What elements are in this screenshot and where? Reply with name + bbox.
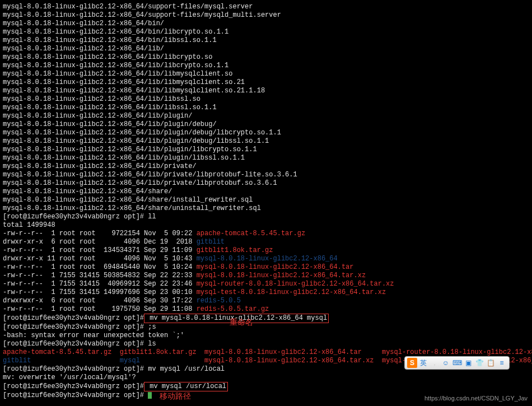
mv-overwrite-prompt: mv: overwrite '/usr/local/mysql'? <box>3 374 136 381</box>
shell-prompt: [root@izuf6ee30yhz3v4vab0ngrz opt]# <box>3 391 144 399</box>
annotation-rename: 重命名 <box>230 318 253 326</box>
tar-output-line: mysql-8.0.18-linux-glibc2.12-x86_64/supp… <box>3 11 281 19</box>
shell-prompt: [root@izuf6ee30yhz3v4vab0ngrz opt]# <box>3 314 144 322</box>
cursor[interactable] <box>148 392 152 399</box>
ime-toolbar[interactable]: S 英 ， ☺ ⌨ ▣ 👕 📋 ≡ <box>404 356 510 370</box>
file-perms: -rw-r--r-- 1 root root 1975750 Sep 29 11… <box>3 305 197 313</box>
tar-output-line: mysql-8.0.18-linux-glibc2.12-x86_64/lib/… <box>3 95 200 103</box>
file-name: mysql-8.0.18-linux-glibc2.12-x86_64.tar <box>197 263 354 271</box>
total-line: total 1499948 <box>3 221 55 229</box>
file-name: apache-tomcat-8.5.45.tar.gz <box>197 230 305 237</box>
tar-output-line: mysql-8.0.18-linux-glibc2.12-x86_64/lib/… <box>3 129 281 137</box>
tar-output-line: mysql-8.0.18-linux-glibc2.12-x86_64/lib/… <box>3 78 245 86</box>
ime-emoji-icon[interactable]: ☺ <box>441 358 451 368</box>
ime-punct-button[interactable]: ， <box>430 358 440 368</box>
ime-record-icon[interactable]: ▣ <box>463 358 473 368</box>
file-name: mysql-8.0.18-linux-glibc2.12-x86_64 <box>197 255 338 263</box>
file-perms: drwxrwxr-x 6 root root 4096 Sep 30 17:22 <box>3 297 197 305</box>
tar-output-line: mysql-8.0.18-linux-glibc2.12-x86_64/lib/… <box>3 53 212 61</box>
file-perms: -rw-r--r-- 1 root root 9722154 Nov 5 09:… <box>3 230 197 237</box>
ls-item: mysql <box>120 357 140 365</box>
tar-output-line: mysql-8.0.18-linux-glibc2.12-x86_64/shar… <box>3 188 172 195</box>
file-name: mysql-8.0.18-linux-glibc2.12-x86_64.tar.… <box>197 272 366 279</box>
command-mv-local2: mv mysql /usr/local <box>146 382 226 390</box>
ime-skin-icon[interactable]: 👕 <box>474 358 484 368</box>
file-perms: drwxr-xr-x 6 root root 4096 Dec 19 2018 <box>3 238 197 246</box>
tar-output-line: mysql-8.0.18-linux-glibc2.12-x86_64/lib/… <box>3 112 192 120</box>
highlight-box-move: mv mysql /usr/local <box>144 382 228 391</box>
tar-output-line: mysql-8.0.18-linux-glibc2.12-x86_64/shar… <box>3 204 261 212</box>
tar-output-line: mysql-8.0.18-linux-glibc2.12-x86_64/bin/ <box>3 20 164 27</box>
tar-output-line: mysql-8.0.18-linux-glibc2.12-x86_64/lib/… <box>3 179 277 187</box>
tar-output-line: mysql-8.0.18-linux-glibc2.12-x86_64/bin/… <box>3 36 217 44</box>
file-perms: -rw-r--r-- 1 root root 134534371 Sep 29 … <box>3 246 197 254</box>
tar-output-line: mysql-8.0.18-linux-glibc2.12-x86_64/lib/… <box>3 104 217 111</box>
tar-output-line: mysql-8.0.18-linux-glibc2.12-x86_64/lib/… <box>3 162 197 170</box>
file-name: gitblit <box>197 238 225 246</box>
file-perms: -rw-r--r-- 1 7155 31415 149997696 Sep 23… <box>3 288 197 296</box>
ls-item: mysql-8.0.18-linux-glibc2.12-x86_64.tar.… <box>204 357 374 365</box>
command-mv-local: mv mysql /usr/local <box>144 365 225 373</box>
command-ls: ls <box>144 340 156 348</box>
file-perms: -rw-r--r-- 1 7155 31415 40969912 Sep 22 … <box>3 280 197 288</box>
file-perms: -rw-r--r-- 1 7155 31415 503854832 Sep 22… <box>3 272 197 279</box>
tar-output-line: mysql-8.0.18-linux-glibc2.12-x86_64/lib/… <box>3 87 265 95</box>
shell-prompt: [root@izuf6ee30yhz3v4vab0ngrz opt]# <box>3 213 144 221</box>
command-ll: ll <box>144 213 156 221</box>
file-perms: -rw-r--r-- 1 root root 694845440 Nov 5 1… <box>3 263 197 271</box>
ls-item: gitblit1.8ok.tar.gz <box>120 348 197 356</box>
bash-error: -bash: syntax error near unexpected toke… <box>3 332 184 339</box>
tar-output-line: mysql-8.0.18-linux-glibc2.12-x86_64/lib/ <box>3 45 164 53</box>
watermark-text: https://blog.csdn.net/CSDN_LGY_Jav <box>424 394 528 403</box>
tar-output-line: mysql-8.0.18-linux-glibc2.12-x86_64/supp… <box>3 3 253 11</box>
file-name: gitblit1.8ok.tar.gz <box>197 246 273 254</box>
tar-output-line: mysql-8.0.18-linux-glibc2.12-x86_64/lib/… <box>3 171 297 179</box>
ime-clipboard-icon[interactable]: 📋 <box>486 358 496 368</box>
tar-output-line: mysql-8.0.18-linux-glibc2.12-x86_64/lib/… <box>3 146 257 153</box>
tar-output-line: mysql-8.0.18-linux-glibc2.12-x86_64/lib/… <box>3 70 232 78</box>
ls-item: mysql-8.0.18-linux-glibc2.12-x86_64.tar <box>204 348 362 356</box>
command-typo: ;s <box>144 323 156 331</box>
ime-lang-button[interactable]: 英 <box>418 358 428 368</box>
shell-prompt: [root@izuf6ee30yhz3v4vab0ngrz opt]# <box>3 382 144 390</box>
ime-keyboard-icon[interactable]: ⌨ <box>452 358 462 368</box>
ls-item: gitblit <box>3 357 31 365</box>
ime-logo-icon[interactable]: S <box>407 358 417 368</box>
ls-item: mysql-router-8.0.18-linux-glibc2.12-x86_… <box>382 348 532 356</box>
tar-output-line: mysql-8.0.18-linux-glibc2.12-x86_64/lib/… <box>3 137 269 145</box>
file-name: mysql-test-8.0.18-linux-glibc2.12-x86_64… <box>197 288 386 296</box>
terminal-output[interactable]: mysql-8.0.18-linux-glibc2.12-x86_64/supp… <box>3 3 529 400</box>
tar-output-line: mysql-8.0.18-linux-glibc2.12-x86_64/bin/… <box>3 28 228 36</box>
annotation-move-path: 移动路径 <box>160 392 191 400</box>
file-name: redis-5.0.5.tar.gz <box>197 305 269 313</box>
shell-prompt: [root@izuf6ee30yhz3v4vab0ngrz opt]# <box>3 340 144 348</box>
tar-output-line: mysql-8.0.18-linux-glibc2.12-x86_64/lib/… <box>3 154 245 162</box>
tar-output-line: mysql-8.0.18-linux-glibc2.12-x86_64/shar… <box>3 196 253 204</box>
file-perms: drwxr-xr-x 11 root root 4096 Nov 5 10:43 <box>3 255 197 263</box>
ls-item: apache-tomcat-8.5.45.tar.gz <box>3 348 111 356</box>
tar-output-line: mysql-8.0.18-linux-glibc2.12-x86_64/lib/… <box>3 120 217 128</box>
file-name: mysql-router-8.0.18-linux-glibc2.12-x86_… <box>197 280 394 288</box>
shell-prompt: [root@izuf6ee30yhz3v4vab0ngrz opt]# <box>3 365 144 373</box>
ime-menu-icon[interactable]: ≡ <box>497 358 507 368</box>
tar-output-line: mysql-8.0.18-linux-glibc2.12-x86_64/lib/… <box>3 62 228 69</box>
shell-prompt: [root@izuf6ee30yhz3v4vab0ngrz opt]# <box>3 323 144 331</box>
file-name: redis-5.0.5 <box>197 297 241 305</box>
